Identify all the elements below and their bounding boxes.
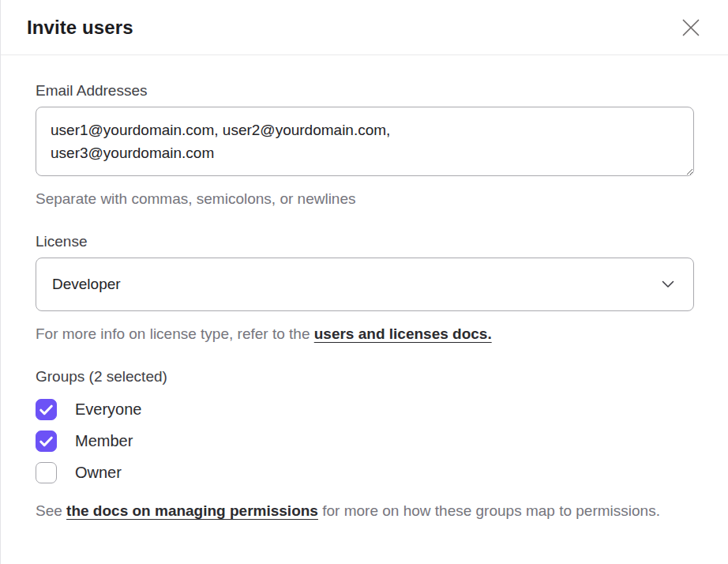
chevron-down-icon bbox=[662, 277, 674, 291]
checkbox-label-owner: Owner bbox=[75, 464, 122, 482]
checkbox-everyone[interactable] bbox=[36, 399, 57, 420]
groups-helper-suffix: for more on how these groups map to perm… bbox=[318, 502, 660, 519]
modal-title: Invite users bbox=[27, 17, 133, 39]
close-button[interactable] bbox=[677, 14, 704, 41]
groups-helper-prefix: See bbox=[36, 502, 66, 519]
checkbox-label-everyone: Everyone bbox=[75, 400, 142, 419]
check-icon bbox=[39, 436, 53, 447]
email-addresses-label: Email Addresses bbox=[36, 82, 693, 100]
groups-helper-text: See the docs on managing permissions for… bbox=[36, 499, 693, 522]
checkbox-label-member: Member bbox=[75, 432, 133, 450]
check-icon bbox=[39, 404, 53, 415]
close-icon bbox=[681, 17, 701, 38]
license-helper-prefix: For more info on license type, refer to … bbox=[36, 325, 314, 342]
checkbox-row-everyone[interactable]: Everyone bbox=[36, 399, 142, 420]
modal-header: Invite users bbox=[1, 0, 728, 55]
license-select[interactable]: Developer bbox=[36, 258, 694, 311]
checkbox-member[interactable] bbox=[36, 431, 57, 452]
license-selected-value: Developer bbox=[52, 276, 121, 293]
users-and-licenses-docs-link[interactable]: users and licenses docs. bbox=[314, 325, 492, 342]
checkbox-row-owner[interactable]: Owner bbox=[36, 462, 122, 483]
email-addresses-textarea[interactable]: user1@yourdomain.com, user2@yourdomain.c… bbox=[36, 107, 694, 176]
license-helper-text: For more info on license type, refer to … bbox=[36, 322, 693, 345]
managing-permissions-docs-link[interactable]: the docs on managing permissions bbox=[66, 502, 318, 519]
modal-body: Email Addresses user1@yourdomain.com, us… bbox=[1, 55, 728, 522]
checkbox-row-member[interactable]: Member bbox=[36, 431, 133, 452]
license-label: License bbox=[36, 233, 693, 250]
checkbox-owner[interactable] bbox=[36, 462, 57, 483]
groups-label: Groups (2 selected) bbox=[36, 368, 693, 385]
email-helper-text: Separate with commas, semicolons, or new… bbox=[36, 187, 693, 210]
invite-users-modal: Invite users Email Addresses user1@yourd… bbox=[0, 0, 728, 564]
